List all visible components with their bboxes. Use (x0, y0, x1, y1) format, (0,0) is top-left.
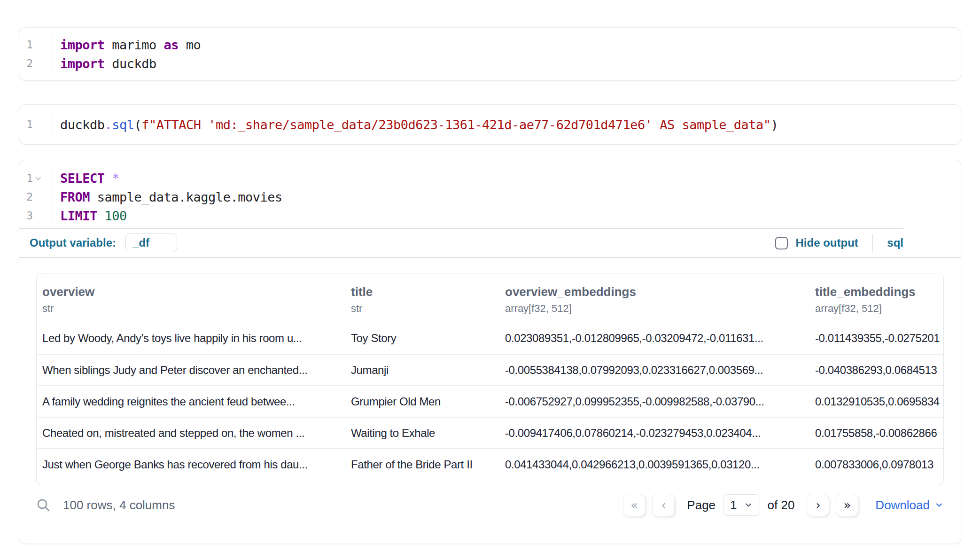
page-select[interactable]: 1 (723, 494, 760, 516)
column-header-title_embeddings[interactable]: title_embeddingsarray[f32, 512] (809, 285, 943, 315)
table-cell: -0.006752927,0.099952355,-0.009982588,-0… (499, 395, 809, 408)
table-cell: Cheated on, mistreated and stepped on, t… (37, 427, 345, 440)
table-cell: 0.01755858,-0.00862866 (809, 427, 943, 440)
table-row: Cheated on, mistreated and stepped on, t… (37, 417, 943, 448)
code-line: 1import marimo as mo (19, 35, 961, 54)
column-header-overview[interactable]: overviewstr (37, 285, 345, 315)
table-cell: Father of the Bride Part II (345, 458, 499, 471)
code-editor[interactable]: 1import marimo as mo2import duckdb (19, 28, 961, 80)
column-type: str (42, 303, 345, 315)
notebook-cell-sql-query: 1SELECT *2FROM sample_data.kaggle.movies… (19, 160, 961, 544)
fold-chevron-icon[interactable] (33, 169, 43, 187)
table-cell: 0.023089351,-0.012809965,-0.03209472,-0.… (499, 332, 809, 345)
line-number: 2 (19, 54, 53, 73)
output-variable-bar: Output variable: Hide output sql (19, 229, 961, 257)
data-table: overviewstrtitlestroverview_embeddingsar… (36, 273, 944, 485)
table-cell: -0.040386293,0.0684513 (809, 364, 943, 377)
line-number: 3 (19, 206, 53, 225)
column-type: array[f32, 512] (505, 303, 809, 315)
table-cell: -0.011439355,-0.0275201 (809, 332, 943, 345)
column-header-overview_embeddings[interactable]: overview_embeddingsarray[f32, 512] (499, 285, 809, 315)
column-type: str (351, 303, 499, 315)
chevron-down-icon (934, 500, 944, 510)
line-number: 1 (19, 169, 53, 187)
table-row: A family wedding reignites the ancient f… (37, 385, 943, 417)
line-number: 1 (19, 115, 53, 134)
column-header-title[interactable]: titlestr (345, 285, 499, 315)
first-page-button[interactable]: « (623, 494, 646, 516)
table-cell: -0.0055384138,0.07992093,0.023316627,0.0… (499, 364, 809, 377)
page-label: Page (687, 498, 716, 513)
table-cell: Led by Woody, Andy's toys live happily i… (37, 332, 345, 345)
code-line: 1duckdb.sql(f"ATTACH 'md:_share/sample_d… (19, 115, 961, 134)
page-total: of 20 (768, 498, 795, 513)
table-cell: Jumanji (345, 364, 499, 377)
marimo-notebook: { "colors": { "accent": "#176d91", "down… (0, 0, 980, 560)
table-footer-left: 100 rows, 4 columns (36, 494, 175, 516)
code-line: 3LIMIT 100 (19, 206, 961, 225)
table-cell: Toy Story (345, 332, 499, 345)
table-cell: Waiting to Exhale (345, 427, 499, 440)
language-badge-sql[interactable]: sql (887, 236, 903, 249)
table-cell: 0.0132910535,0.0695834 (809, 395, 943, 408)
table-body: Led by Woody, Andy's toys live happily i… (37, 322, 943, 480)
row-count-summary: 100 rows, 4 columns (63, 498, 175, 513)
table-cell: -0.009417406,0.07860214,-0.023279453,0.0… (499, 427, 809, 440)
search-icon[interactable] (36, 498, 51, 513)
code-editor[interactable]: 1duckdb.sql(f"ATTACH 'md:_share/sample_d… (19, 105, 961, 144)
hide-output-label[interactable]: Hide output (796, 236, 858, 249)
code-line: 2import duckdb (19, 54, 961, 73)
code-line: 2FROM sample_data.kaggle.movies (19, 187, 961, 206)
column-type: array[f32, 512] (815, 303, 943, 315)
table-cell: Just when George Banks has recovered fro… (37, 458, 345, 471)
column-name: title_embeddings (815, 285, 943, 299)
column-name: overview_embeddings (505, 285, 809, 299)
output-divider (19, 257, 961, 258)
table-footer: 100 rows, 4 columns « ‹ Page 1 of 20 › »… (19, 485, 961, 516)
notebook-cell-imports: 1import marimo as mo2import duckdb (19, 27, 961, 81)
pagination: « ‹ Page 1 of 20 › » Download (623, 494, 944, 516)
page-select-value: 1 (730, 498, 737, 513)
table-cell: 0.007833006,0.0978013 (809, 458, 943, 471)
vertical-divider (872, 234, 873, 252)
table-cell: Grumpier Old Men (345, 395, 499, 408)
table-row: Just when George Banks has recovered fro… (37, 448, 943, 480)
output-variable-input[interactable] (125, 233, 177, 252)
table-row: Led by Woody, Andy's toys live happily i… (37, 322, 943, 354)
notebook-cell-attach-db: 1duckdb.sql(f"ATTACH 'md:_share/sample_d… (19, 104, 961, 145)
download-label: Download (875, 498, 930, 513)
next-page-button[interactable]: › (807, 494, 829, 516)
line-number: 2 (19, 187, 53, 206)
code-editor[interactable]: 1SELECT *2FROM sample_data.kaggle.movies… (19, 160, 961, 228)
hide-output-checkbox[interactable] (775, 237, 788, 249)
column-name: title (351, 285, 499, 299)
download-button[interactable]: Download (875, 498, 944, 513)
column-name: overview (42, 285, 345, 299)
table-cell: 0.041433044,0.042966213,0.0039591365,0.0… (499, 458, 809, 471)
code-line: 1SELECT * (19, 169, 961, 187)
output-variable-label: Output variable: (30, 236, 116, 249)
table-cell: A family wedding reignites the ancient f… (37, 395, 345, 408)
chevron-down-icon (744, 500, 753, 510)
prev-page-button[interactable]: ‹ (652, 494, 675, 516)
table-row: When siblings Judy and Peter discover an… (37, 354, 943, 385)
table-header-row: overviewstrtitlestroverview_embeddingsar… (37, 273, 943, 322)
table-cell: When siblings Judy and Peter discover an… (37, 364, 345, 377)
last-page-button[interactable]: » (836, 494, 858, 516)
line-number: 1 (19, 35, 53, 54)
